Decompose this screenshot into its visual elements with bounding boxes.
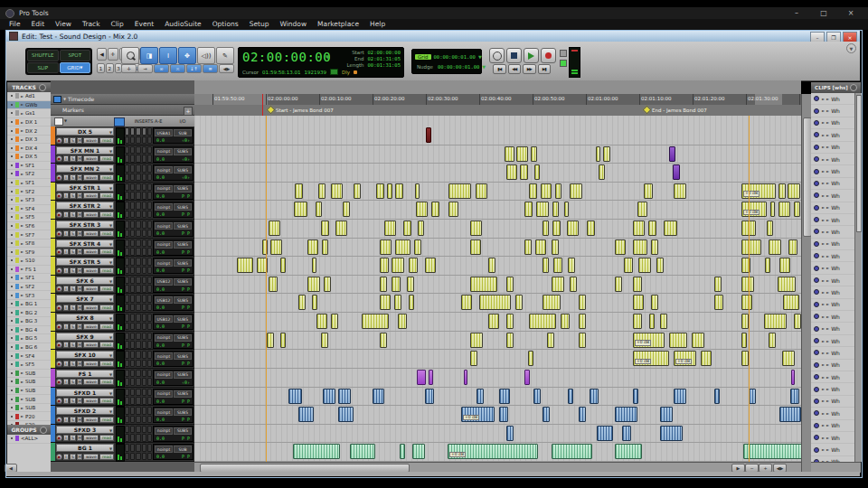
sidebar-track-dx2[interactable]: ►DX 2 (7, 127, 51, 136)
insert-slot[interactable] (142, 155, 146, 163)
nudge-value[interactable]: 00:00:00:01.00 (438, 64, 479, 70)
input-selector[interactable]: noinpt (155, 408, 173, 416)
track-name[interactable]: SFXD 1▼ (56, 389, 114, 397)
clip-expand-icon[interactable]: ► (822, 218, 825, 222)
insert-slot[interactable] (147, 146, 152, 155)
audio-clip[interactable] (318, 183, 326, 199)
record-enable-button[interactable]: ● (56, 342, 62, 348)
clip-list-item[interactable]: ►►Wh (811, 262, 854, 274)
insert-slot[interactable] (130, 370, 135, 378)
clip-expand-icon[interactable]: ► (822, 314, 825, 319)
audio-clip[interactable] (660, 314, 667, 329)
sidebar-track-sub[interactable]: ►SUB (7, 404, 51, 413)
audio-clip[interactable] (395, 183, 403, 199)
audio-clip[interactable] (412, 444, 425, 459)
input-monitor-button[interactable]: I (63, 398, 70, 404)
track-name[interactable]: DX 5▼ (56, 127, 114, 136)
pan-value[interactable]: P P (182, 211, 190, 217)
scrubber-tool-icon[interactable]: ◁)) (197, 47, 215, 64)
output-selector[interactable]: SUB5 (174, 427, 192, 435)
track-show-dot[interactable] (11, 242, 13, 244)
insert-slot[interactable] (136, 285, 140, 293)
track-show-dot[interactable] (11, 199, 13, 201)
solo-button[interactable]: S (70, 137, 76, 144)
clip-list-item[interactable]: ►►Wh (811, 105, 854, 117)
insert-slot[interactable] (130, 258, 135, 266)
audio-clip[interactable] (633, 389, 638, 404)
track-view-button[interactable]: wave (83, 174, 99, 181)
audio-clip[interactable] (373, 389, 384, 404)
track-show-dot[interactable] (11, 234, 13, 236)
automation-mode-button[interactable]: read (99, 342, 114, 348)
insert-slot[interactable] (142, 248, 146, 256)
audio-clip[interactable] (476, 389, 484, 404)
insert-slot[interactable] (142, 407, 146, 415)
pan-value[interactable]: P P (182, 343, 190, 348)
audio-clip[interactable] (414, 239, 421, 255)
clip-expand-icon[interactable]: ► (822, 230, 825, 234)
pan-value[interactable]: P P (182, 193, 190, 199)
menu-setup[interactable]: Setup (244, 19, 275, 30)
insert-slot[interactable] (125, 183, 129, 192)
output-selector[interactable]: SUB5 (174, 241, 192, 249)
clip-expand-icon[interactable]: ► (822, 290, 825, 295)
insert-slot[interactable] (125, 211, 129, 219)
insert-slot[interactable] (136, 397, 140, 405)
input-monitor-button[interactable]: I (63, 417, 70, 423)
stop-button[interactable] (506, 48, 522, 63)
track-view-button[interactable]: wave (83, 155, 99, 162)
audio-clip[interactable] (429, 370, 433, 385)
insert-slot[interactable] (136, 304, 140, 312)
insert-slot[interactable] (147, 136, 152, 145)
audio-clip[interactable] (294, 202, 307, 217)
fast-forward-button[interactable]: ▶▶ (523, 64, 536, 74)
input-selector[interactable]: noinpt (155, 352, 173, 360)
insert-slot[interactable] (142, 183, 146, 192)
selection-end[interactable]: 02:01:31:05 (368, 56, 401, 61)
track-name[interactable]: SFXD 3▼ (56, 426, 114, 434)
audio-clip[interactable]: +0 dB (674, 351, 696, 366)
insert-slot[interactable] (136, 183, 140, 192)
sidebar-track-bg6[interactable]: ►BG 6 (7, 343, 51, 352)
insert-slot[interactable] (136, 174, 140, 182)
clip-list-item[interactable]: ►►Wh (811, 202, 854, 214)
mute-button[interactable]: M (77, 305, 83, 311)
clip-list-item[interactable]: ►►Wh (811, 129, 854, 141)
insert-slot[interactable] (147, 397, 152, 405)
track-view-button[interactable]: wave (83, 342, 99, 348)
insert-slot[interactable] (125, 426, 129, 434)
menu-clip[interactable]: Clip (106, 19, 129, 30)
track-show-dot[interactable] (11, 407, 13, 408)
input-monitor-button[interactable]: I (63, 324, 70, 330)
grid-dropdown-icon[interactable]: ▼ (478, 54, 482, 60)
sidebar-track-sub[interactable]: ►SUB (7, 395, 51, 404)
zoom-toggle-icon[interactable]: ✛ (121, 64, 137, 73)
insert-slot[interactable] (142, 378, 146, 386)
audio-clip[interactable] (590, 389, 599, 404)
track-view-button[interactable]: wave (83, 435, 99, 441)
track-show-dot[interactable] (11, 363, 13, 365)
clip-expand-icon[interactable]: ► (822, 375, 825, 380)
clip-expand-icon[interactable]: ► (822, 339, 825, 343)
insert-slot[interactable] (130, 434, 135, 442)
audio-clip[interactable] (298, 407, 314, 422)
sidebar-track-sf1[interactable]: ►SF1 (7, 179, 51, 188)
input-monitor-button[interactable]: I (63, 211, 70, 218)
audio-clip[interactable] (633, 221, 645, 236)
automation-mode-button[interactable]: read (99, 398, 114, 404)
record-enable-button[interactable]: ● (56, 379, 62, 385)
insert-slot[interactable] (136, 295, 140, 303)
audio-clip[interactable] (470, 221, 482, 236)
sidebar-track-sf1[interactable]: ►SF1 (7, 162, 51, 171)
record-enable-button[interactable]: ● (56, 324, 62, 330)
audio-clip[interactable] (380, 239, 392, 255)
insert-slot[interactable] (125, 341, 129, 349)
input-monitor-button[interactable]: I (63, 249, 70, 255)
output-selector[interactable]: SUB (174, 129, 192, 136)
pan-value[interactable]: P P (182, 324, 190, 329)
insert-slot[interactable] (142, 416, 146, 424)
record-enable-button[interactable]: ● (56, 417, 62, 423)
sidebar-track-bg3[interactable]: ►BG 3 (7, 317, 51, 326)
insert-slot[interactable] (136, 426, 140, 434)
insert-slot[interactable] (147, 444, 152, 452)
